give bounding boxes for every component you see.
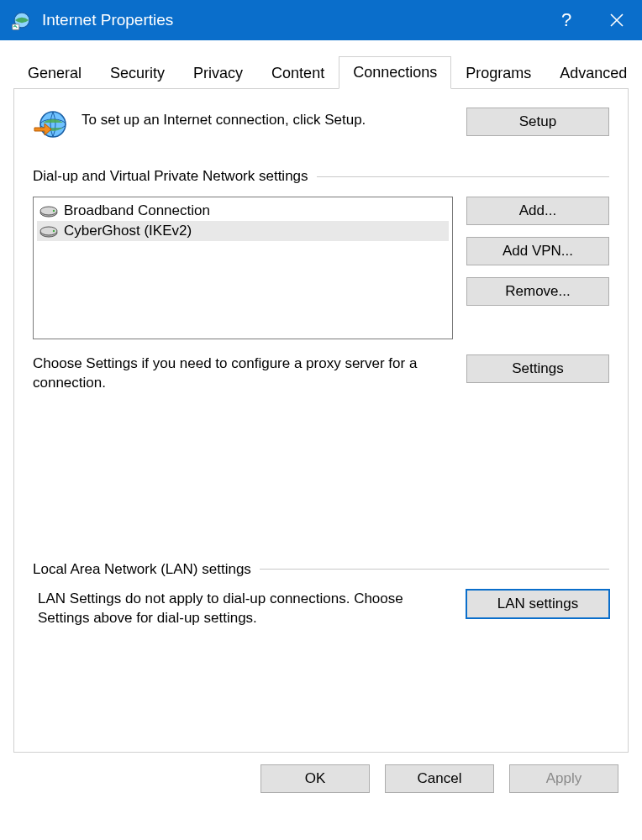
tab-privacy[interactable]: Privacy xyxy=(179,57,257,89)
tab-content[interactable]: Content xyxy=(257,57,339,89)
cancel-button[interactable]: Cancel xyxy=(385,764,494,793)
divider xyxy=(260,569,609,570)
modem-icon xyxy=(39,223,59,239)
svg-point-9 xyxy=(53,230,55,232)
close-button[interactable] xyxy=(592,0,642,40)
svg-point-6 xyxy=(53,210,55,212)
lan-group: Local Area Network (LAN) settings LAN Se… xyxy=(33,561,609,628)
tab-advanced[interactable]: Advanced xyxy=(545,57,641,89)
remove-button[interactable]: Remove... xyxy=(466,277,609,306)
dialog-footer: OK Cancel Apply xyxy=(8,753,634,793)
titlebar: Internet Properties ? xyxy=(0,0,642,40)
tab-connections[interactable]: Connections xyxy=(339,56,451,89)
list-item-label: CyberGhost (IKEv2) xyxy=(64,223,192,239)
lan-help-text: LAN Settings do not apply to dial-up con… xyxy=(33,590,453,628)
internet-options-icon xyxy=(10,8,34,32)
dialup-heading: Dial-up and Virtual Private Network sett… xyxy=(33,168,308,185)
list-item-label: Broadband Connection xyxy=(64,202,210,219)
dialup-group: Dial-up and Virtual Private Network sett… xyxy=(33,168,609,393)
modem-icon xyxy=(39,203,59,218)
proxy-help-text: Choose Settings if you need to configure… xyxy=(33,354,453,393)
dialup-button-column: Add... Add VPN... Remove... xyxy=(466,197,609,306)
tab-security[interactable]: Security xyxy=(96,57,179,89)
tab-programs[interactable]: Programs xyxy=(451,57,545,89)
apply-button[interactable]: Apply xyxy=(509,764,618,793)
window-title: Internet Properties xyxy=(42,11,541,29)
setup-row: To set up an Internet connection, click … xyxy=(33,108,609,143)
divider xyxy=(317,176,609,177)
settings-button[interactable]: Settings xyxy=(466,354,609,383)
ok-button[interactable]: OK xyxy=(260,764,370,793)
help-button[interactable]: ? xyxy=(541,0,592,40)
lan-settings-button[interactable]: LAN settings xyxy=(466,590,609,618)
setup-button[interactable]: Setup xyxy=(466,108,609,136)
tab-general[interactable]: General xyxy=(13,57,96,89)
connections-listbox[interactable]: Broadband Connection CyberGhost (IKEv2) xyxy=(33,197,453,339)
tab-content-connections: To set up an Internet connection, click … xyxy=(13,89,629,753)
list-item[interactable]: CyberGhost (IKEv2) xyxy=(37,221,449,241)
add-vpn-button[interactable]: Add VPN... xyxy=(466,237,609,265)
list-item[interactable]: Broadband Connection xyxy=(37,201,449,221)
setup-text: To set up an Internet connection, click … xyxy=(82,108,453,130)
globe-arrow-icon xyxy=(33,108,68,143)
window-body: General Security Privacy Content Connect… xyxy=(0,40,642,803)
lan-heading: Local Area Network (LAN) settings xyxy=(33,561,251,578)
tabbar: General Security Privacy Content Connect… xyxy=(13,55,629,89)
add-button[interactable]: Add... xyxy=(466,197,609,225)
